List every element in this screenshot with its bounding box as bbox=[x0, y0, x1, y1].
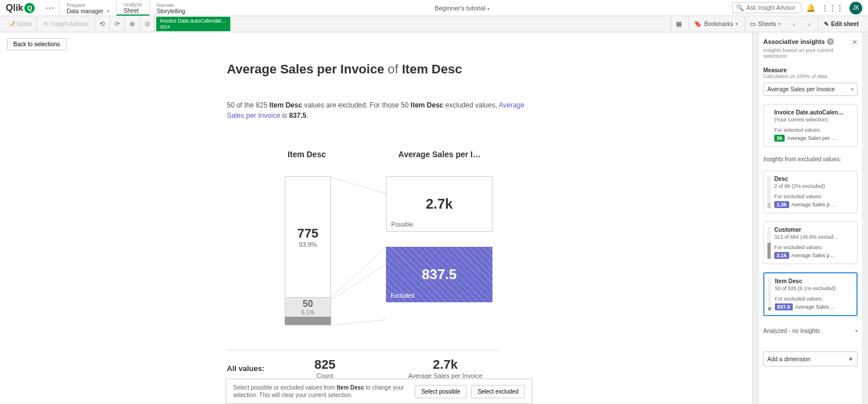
select-excluded-button[interactable]: Select excluded bbox=[471, 385, 525, 398]
sparkline-icon bbox=[767, 278, 773, 310]
value-link[interactable]: 837.5 bbox=[289, 112, 306, 120]
summary-text: 50 of the 825 Item Desc values are exclu… bbox=[227, 100, 528, 121]
grid-icon: ▦ bbox=[676, 20, 682, 28]
nav-tabs: Prepare Data manager▾ Analyze Sheet Narr… bbox=[59, 0, 192, 16]
chart-area: Item Desc Average Sales per I… 775 93.9%… bbox=[227, 150, 499, 404]
bookmark-icon: 🔖 bbox=[694, 20, 702, 28]
all-values-avg: 2.7k Average Sales per Invoice bbox=[392, 357, 499, 379]
notes-button[interactable]: 📝Notes bbox=[3, 16, 37, 32]
associative-insights-panel: ✕ Associative insights ? Insights based … bbox=[758, 32, 862, 404]
analyzed-no-insights[interactable]: Analyzed - no insights ▾ bbox=[763, 328, 858, 334]
scrollbar[interactable] bbox=[752, 32, 758, 404]
svg-rect-6 bbox=[767, 243, 771, 259]
chevron-down-icon: ▾ bbox=[487, 6, 490, 12]
back-to-selections-button[interactable]: Back to selections bbox=[7, 38, 67, 50]
help-icon[interactable]: ? bbox=[827, 38, 834, 45]
top-bar: Qlik Q ⋯ Prepare Data manager▾ Analyze S… bbox=[0, 0, 868, 16]
top-icons: 🔔 ⋮⋮⋮ JK bbox=[806, 2, 868, 14]
detail-pane: Back to selections Average Sales per Inv… bbox=[0, 32, 752, 404]
all-values-count: 825 Count bbox=[293, 357, 357, 379]
add-dimension-button[interactable]: Add a dimension ＋ bbox=[763, 351, 858, 366]
stacked-bar: 775 93.9% 50 6.1% bbox=[285, 176, 331, 338]
chevron-down-icon: ▾ bbox=[107, 9, 109, 14]
more-menu-icon[interactable]: ⋯ bbox=[41, 2, 59, 13]
measure-label: Measure bbox=[763, 67, 858, 73]
svg-line-3 bbox=[331, 320, 386, 325]
possible-pct: 93.9% bbox=[299, 241, 317, 248]
sheet-toolbar: 📝Notes 👁Insight Advisor ⟲ ⟳ ⊗ ⊙ Invoice … bbox=[0, 16, 868, 32]
svg-rect-4 bbox=[767, 203, 771, 208]
brand-icon: Q bbox=[24, 3, 35, 13]
insight-advisor-button[interactable]: 👁Insight Advisor bbox=[37, 16, 95, 32]
select-possible-button[interactable]: Select possible bbox=[415, 385, 466, 398]
bar-possible[interactable]: 775 93.9% bbox=[285, 176, 331, 298]
box-excluded[interactable]: 837.5 Excluded bbox=[386, 247, 492, 302]
panel-title: Associative insights bbox=[763, 38, 825, 45]
svg-rect-9 bbox=[768, 278, 771, 307]
search-insight-advisor[interactable]: 🔍 bbox=[732, 2, 801, 13]
insight-card-item-desc[interactable]: Item Desc 50 of 825 (6.1% excluded) For … bbox=[763, 272, 858, 316]
possible-count: 775 bbox=[297, 226, 319, 241]
app-launcher-icon[interactable]: ⋮⋮⋮ bbox=[821, 3, 844, 12]
chevron-down-icon: ▾ bbox=[855, 328, 858, 333]
tab-narrate[interactable]: Narrate Storytelling bbox=[149, 0, 192, 16]
possible-avg: 2.7k bbox=[426, 196, 453, 212]
sparkline-icon bbox=[766, 227, 772, 259]
search-icon: 🔍 bbox=[736, 4, 744, 12]
sparkline-icon bbox=[766, 176, 772, 208]
avatar[interactable]: JK bbox=[849, 2, 862, 14]
selection-clear-icon[interactable]: ⊗ bbox=[125, 16, 140, 32]
smart-search-icon[interactable]: ⊙ bbox=[140, 16, 155, 32]
selection-action-bar: Select possible or excluded values from … bbox=[226, 379, 532, 404]
brand-logo[interactable]: Qlik Q bbox=[0, 3, 41, 13]
selection-pill[interactable]: Invoice Date.autoCalendar.... 2014 bbox=[156, 17, 230, 31]
search-input[interactable] bbox=[746, 5, 799, 11]
scrollbar[interactable] bbox=[862, 32, 868, 404]
close-icon[interactable]: ✕ bbox=[852, 38, 858, 46]
box-possible[interactable]: 2.7k Possible bbox=[386, 176, 492, 232]
sheets-button[interactable]: ▭Sheets▾ bbox=[745, 16, 785, 32]
insights-from-label: Insights from excluded values: bbox=[763, 156, 858, 162]
selection-back-icon[interactable]: ⟲ bbox=[95, 16, 110, 32]
prev-sheet-icon[interactable]: ‹ bbox=[788, 21, 800, 28]
tab-analyze[interactable]: Analyze Sheet bbox=[116, 0, 149, 16]
chevron-down-icon: ▾ bbox=[851, 87, 854, 92]
possible-label: Possible bbox=[391, 221, 413, 228]
plus-icon: ＋ bbox=[848, 355, 854, 363]
next-sheet-icon[interactable]: › bbox=[803, 21, 815, 28]
selection-forward-icon[interactable]: ⟳ bbox=[110, 16, 125, 32]
selection-tools: ⟲ ⟳ ⊗ ⊙ bbox=[95, 16, 155, 32]
excluded-pct: 6.1% bbox=[301, 309, 315, 316]
app-title[interactable]: Beginner's tutorial ▾ bbox=[192, 5, 732, 12]
insight-card-customer[interactable]: Customer 313 of 684 (45.8% exclud… For e… bbox=[763, 221, 858, 264]
measure-sublabel: Calculated on 100% of data bbox=[763, 73, 858, 79]
all-values-row: All values: 825 Count 2.7k Average Sales… bbox=[227, 350, 499, 379]
bookmarks-button[interactable]: 🔖Bookmarks▾ bbox=[689, 16, 742, 32]
selections-tool-icon[interactable]: ▦ bbox=[671, 16, 686, 32]
panel-subtitle: Insights based on your current selection… bbox=[763, 47, 858, 59]
tab-label-top: Narrate bbox=[157, 2, 185, 8]
tab-prepare[interactable]: Prepare Data manager▾ bbox=[59, 0, 116, 16]
sheets-icon: ▭ bbox=[750, 20, 756, 28]
measure-select[interactable]: Average Sales per Invoice ▾ bbox=[763, 83, 858, 96]
chevron-down-icon: ▾ bbox=[735, 21, 738, 27]
svg-rect-5 bbox=[767, 176, 771, 203]
insight-card-desc[interactable]: Desc 2 of 98 (2% excluded) For excluded … bbox=[763, 171, 858, 213]
insight-card-current-selection[interactable]: Invoice Date.autoCalen… (Your current se… bbox=[763, 104, 858, 147]
edit-sheet-button[interactable]: ✎Edit sheet bbox=[818, 16, 865, 32]
tab-label-top: Prepare bbox=[67, 2, 109, 8]
bar-excluded[interactable]: 50 6.1% bbox=[285, 298, 331, 325]
excluded-avg: 837.5 bbox=[422, 266, 457, 283]
connector-lines bbox=[331, 176, 386, 338]
main-area: Back to selections Average Sales per Inv… bbox=[0, 32, 868, 404]
notifications-icon[interactable]: 🔔 bbox=[806, 3, 815, 12]
bar-base bbox=[285, 317, 331, 325]
metric-badge: 837.5 bbox=[775, 303, 793, 310]
metric-badge: 3.1k bbox=[774, 252, 789, 259]
note-icon: 📝 bbox=[8, 21, 15, 27]
tab-label-bottom: Storytelling bbox=[157, 8, 185, 14]
svg-line-2 bbox=[331, 264, 386, 300]
eye-icon: 👁 bbox=[43, 21, 49, 27]
svg-rect-7 bbox=[767, 227, 771, 243]
column-header-measure: Average Sales per I… bbox=[398, 150, 499, 159]
